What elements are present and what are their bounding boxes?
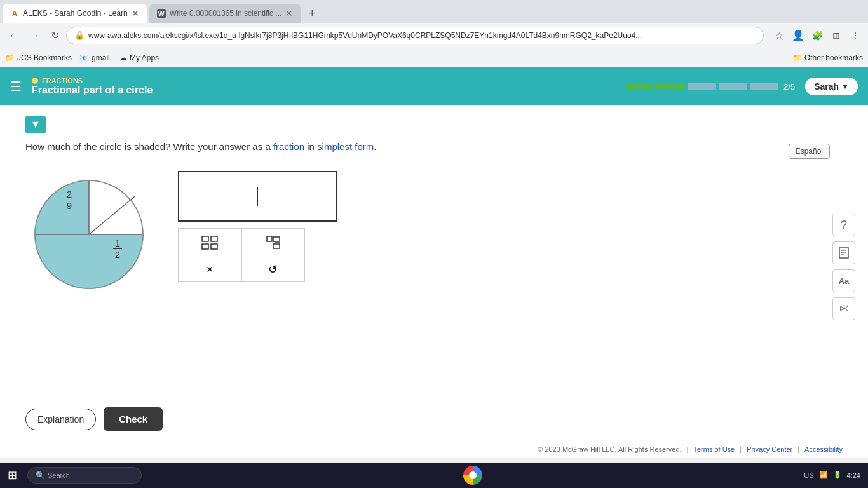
header-subtitle: Fractional part of a circle — [32, 85, 625, 96]
bookmark-gmail[interactable]: 📧 gmail. — [79, 53, 112, 62]
toolbar-bottom-row: × ↺ — [179, 257, 304, 281]
tab-write[interactable]: W Write 0.000001365 in scientific ... ✕ — [149, 4, 301, 23]
hamburger-menu[interactable]: ☰ — [10, 79, 22, 94]
answer-input-box[interactable] — [178, 171, 337, 222]
notepad-button[interactable] — [832, 241, 855, 264]
fraction-den-top: 9 — [67, 200, 72, 211]
undo-button[interactable]: ↺ — [242, 257, 305, 281]
svg-rect-14 — [839, 248, 848, 258]
check-button[interactable]: Check — [104, 407, 163, 431]
header-title-area: FRACTIONS Fractional part of a circle — [32, 77, 625, 96]
progress-seg-3 — [688, 83, 716, 90]
fraction-template-button[interactable] — [179, 229, 242, 257]
tab-grid-button[interactable]: ⊞ — [829, 28, 844, 43]
bookmark-myapps-label: My Apps — [130, 53, 159, 62]
tab-aleks[interactable]: A ALEKS - Sarah Goodin - Learn ✕ — [3, 4, 147, 23]
taskbar-center — [142, 466, 804, 485]
tab-title-aleks: ALEKS - Sarah Goodin - Learn — [23, 9, 128, 18]
svg-rect-12 — [273, 237, 280, 241]
clear-button[interactable]: × — [179, 257, 242, 281]
espanol-button[interactable]: Español — [789, 144, 830, 159]
question-text-before: How much of the circle is shaded? Write … — [25, 141, 273, 152]
content-row: 2 9 1 2 — [25, 165, 843, 298]
forward-button[interactable]: → — [25, 27, 43, 44]
progress-seg-1 — [625, 83, 654, 90]
explanation-button[interactable]: Explanation — [25, 409, 96, 430]
question-text-after: . — [374, 141, 376, 152]
privacy-link[interactable]: Privacy Center — [747, 445, 792, 453]
tab-close-write[interactable]: ✕ — [285, 8, 293, 18]
user-menu-button[interactable]: Sarah ▼ — [805, 78, 858, 95]
tab-title-write: Write 0.000001365 in scientific ... — [170, 9, 282, 18]
bookmark-star-button[interactable]: ☆ — [771, 28, 787, 43]
dictionary-button[interactable]: Aa — [832, 269, 855, 292]
fraction-link[interactable]: fraction — [273, 141, 304, 152]
extensions-button[interactable]: 🧩 — [810, 28, 825, 43]
toolbar-top-row — [179, 229, 304, 257]
back-button[interactable]: ← — [5, 27, 23, 44]
bookmark-jcs[interactable]: 📁 JCS Bookmarks — [5, 53, 72, 62]
mail-button[interactable]: ✉ — [832, 297, 855, 320]
chrome-inner — [469, 471, 477, 479]
user-name: Sarah — [814, 81, 839, 92]
search-icon: 🔍 — [36, 471, 45, 480]
accessibility-link[interactable]: Accessibility — [804, 445, 843, 453]
progress-text: 2/5 — [783, 82, 795, 92]
question-text: How much of the circle is shaded? Write … — [25, 141, 843, 152]
expand-button[interactable]: ▼ — [25, 116, 46, 133]
address-text: www-awa.aleks.com/alekscgi/x/lsl.exe/1o_… — [88, 31, 756, 40]
svg-rect-13 — [273, 244, 280, 248]
bookmark-jcs-label: JCS Bookmarks — [17, 53, 72, 62]
circle-diagram: 2 9 1 2 — [25, 171, 153, 298]
reload-button[interactable]: ↻ — [46, 27, 64, 44]
start-button[interactable]: ⊞ — [8, 468, 17, 482]
fraction-input-icon — [264, 234, 282, 252]
taskbar-search-text: Search — [48, 471, 70, 479]
bookmark-apps-icon: ☁ — [119, 53, 127, 62]
aleks-header: ☰ FRACTIONS Fractional part of a circle … — [0, 67, 868, 105]
bookmark-gmail-icon: 📧 — [79, 53, 89, 62]
tab-icon-aleks: A — [10, 9, 19, 18]
taskbar-locale: US — [804, 471, 813, 479]
progress-seg-4 — [719, 83, 747, 90]
svg-rect-6 — [202, 236, 208, 241]
input-area: × ↺ — [178, 171, 337, 282]
bookmark-myapps[interactable]: ☁ My Apps — [119, 53, 159, 62]
fraction-num-right: 1 — [115, 238, 120, 248]
tab-icon-write: W — [157, 9, 166, 18]
terms-link[interactable]: Terms of Use — [693, 445, 735, 453]
chevron-down-icon: ▼ — [31, 119, 41, 130]
bookmark-gmail-label: gmail. — [92, 53, 112, 62]
bookmark-folder2-icon: 📁 — [792, 53, 802, 62]
simplest-form-link[interactable]: simplest form — [317, 141, 374, 152]
taskbar: ⊞ 🔍 Search US 📶 🔋 4:24 — [0, 463, 868, 488]
chrome-taskbar-icon[interactable] — [463, 466, 482, 485]
fraction-toolbar: × ↺ — [178, 228, 305, 282]
question-text-middle: in — [304, 141, 317, 152]
svg-rect-7 — [211, 236, 217, 241]
tab-close-aleks[interactable]: ✕ — [132, 8, 139, 18]
taskbar-search[interactable]: 🔍 Search — [27, 467, 142, 484]
bookmark-other[interactable]: 📁 Other bookmarks — [792, 53, 863, 62]
fraction-num-top: 2 — [67, 189, 72, 200]
footer-copyright: © 2023 McGraw Hill LLC. All Rights Reser… — [538, 445, 681, 453]
progress-seg-5 — [750, 83, 778, 90]
mail-icon: ✉ — [839, 302, 849, 316]
cursor — [257, 187, 258, 206]
help-button[interactable]: ? — [832, 214, 855, 236]
address-bar[interactable]: 🔒 www-awa.aleks.com/alekscgi/x/lsl.exe/1… — [66, 27, 764, 44]
battery-icon: 🔋 — [833, 471, 842, 479]
taskbar-time: 4:24 — [847, 471, 860, 480]
progress-seg-2 — [656, 83, 685, 90]
svg-rect-10 — [267, 236, 272, 241]
menu-button[interactable]: ⋮ — [848, 28, 863, 43]
profile-button[interactable]: 👤 — [790, 28, 806, 43]
wifi-icon: 📶 — [819, 471, 828, 479]
fraction-label-top: 2 9 — [64, 189, 75, 211]
footer: © 2023 McGraw Hill LLC. All Rights Reser… — [0, 440, 868, 458]
notepad-icon — [837, 247, 850, 259]
fraction-input-button[interactable] — [242, 229, 305, 257]
fraction-label-right: 1 2 — [113, 238, 122, 260]
category-text: FRACTIONS — [42, 77, 83, 85]
new-tab-button[interactable]: + — [303, 4, 321, 22]
